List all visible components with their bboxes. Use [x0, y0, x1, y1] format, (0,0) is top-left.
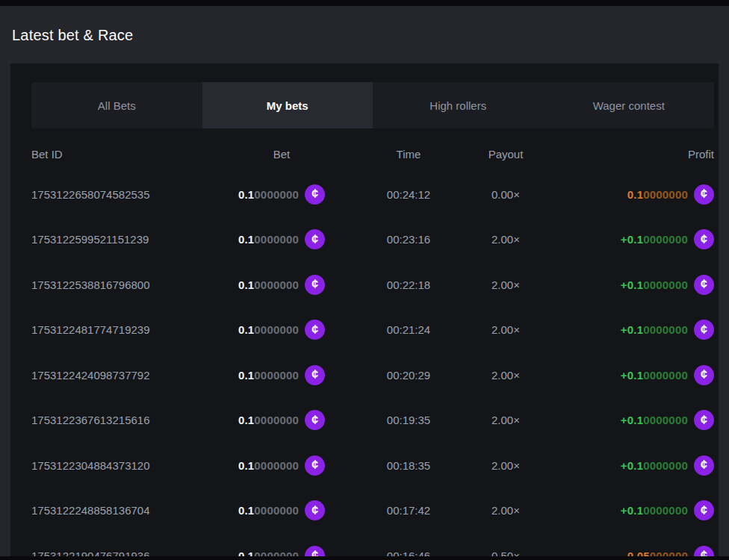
bet-payout-value: 2.00× [457, 279, 554, 291]
bet-time-value: 00:23:16 [360, 233, 457, 246]
cent-coin-icon: ¢ [694, 365, 714, 385]
tab-all-bets[interactable]: All Bets [31, 82, 202, 128]
bet-id-value: 1753122599521151239 [31, 233, 203, 246]
cent-coin-icon: ¢ [694, 500, 714, 520]
cent-coin-icon: ¢ [305, 365, 325, 385]
bet-amount: 0.10000000 ¢ [203, 320, 360, 340]
table-row[interactable]: 1753122367613215616 0.10000000 ¢ 00:19:3… [31, 398, 714, 444]
bets-table: Bet ID Bet Time Payout Profit 1753122658… [31, 136, 714, 560]
bet-id-value: 1753122481774719239 [31, 323, 203, 336]
table-row[interactable]: 1753122481774719239 0.10000000 ¢ 00:21:2… [31, 308, 714, 353]
table-row[interactable]: 1753122304884373120 0.10000000 ¢ 00:18:3… [31, 443, 714, 488]
latest-bets-panel: All Bets My bets High rollers Wager cont… [10, 63, 719, 560]
window-top-edge [0, 0, 729, 6]
bet-time-value: 00:21:24 [360, 323, 457, 336]
table-row[interactable]: 1753122538816796800 0.10000000 ¢ 00:22:1… [31, 262, 714, 308]
bet-payout-value: 2.00× [457, 504, 554, 517]
bet-profit: +0.10000000 ¢ [554, 229, 714, 249]
bet-amount: 0.10000000 ¢ [203, 275, 360, 295]
bet-profit: 0.10000000 ¢ [554, 184, 714, 205]
tab-my-bets[interactable]: My bets [202, 82, 373, 128]
bet-id-value: 1753122538816796800 [31, 279, 203, 291]
cent-coin-icon: ¢ [694, 275, 714, 295]
table-body: 1753122658074582535 0.10000000 ¢ 00:24:1… [31, 172, 714, 560]
bet-profit: +0.10000000 ¢ [554, 410, 714, 430]
cent-coin-icon: ¢ [694, 184, 714, 205]
cent-coin-icon: ¢ [305, 410, 325, 430]
cent-coin-icon: ¢ [694, 410, 714, 430]
cent-coin-icon: ¢ [305, 184, 325, 205]
cent-coin-icon: ¢ [305, 320, 325, 340]
cent-coin-icon: ¢ [694, 229, 714, 249]
bets-tab-bar: All Bets My bets High rollers Wager cont… [31, 82, 714, 128]
bet-amount: 0.10000000 ¢ [203, 455, 360, 476]
bet-payout-value: 2.00× [457, 414, 554, 426]
bet-amount: 0.10000000 ¢ [203, 500, 360, 520]
bets-table-header: Bet ID Bet Time Payout Profit [31, 136, 714, 172]
cent-coin-icon: ¢ [305, 275, 325, 295]
bet-profit: +0.10000000 ¢ [554, 275, 714, 295]
bet-payout-value: 2.00× [457, 459, 554, 472]
bet-amount: 0.10000000 ¢ [203, 365, 360, 385]
bet-time-value: 00:17:42 [360, 504, 457, 517]
bet-time-value: 00:24:12 [360, 188, 457, 201]
bet-profit: +0.10000000 ¢ [554, 500, 714, 520]
column-header-payout: Payout [457, 148, 554, 161]
bet-profit: +0.10000000 ¢ [554, 455, 714, 476]
bet-id-value: 1753122658074582535 [31, 188, 203, 201]
page-title: Latest bet & Race [12, 27, 133, 44]
tab-high-rollers[interactable]: High rollers [373, 82, 544, 128]
bet-id-value: 1753122248858136704 [31, 504, 203, 517]
column-header-bet-id: Bet ID [31, 148, 203, 161]
bet-amount: 0.10000000 ¢ [203, 184, 360, 205]
cent-coin-icon: ¢ [305, 455, 325, 476]
column-header-profit: Profit [554, 148, 714, 161]
bet-time-value: 00:18:35 [360, 459, 457, 472]
window-bottom-edge [0, 556, 729, 560]
bet-id-value: 1753122424098737792 [31, 369, 203, 382]
bet-payout-value: 2.00× [457, 323, 554, 336]
cent-coin-icon: ¢ [305, 229, 325, 249]
bet-id-value: 1753122367613215616 [31, 414, 203, 426]
table-row[interactable]: 1753122658074582535 0.10000000 ¢ 00:24:1… [31, 172, 714, 217]
cent-coin-icon: ¢ [694, 455, 714, 476]
cent-coin-icon: ¢ [305, 500, 325, 520]
bet-payout-value: 0.00× [457, 188, 554, 201]
table-row[interactable]: 1753122599521151239 0.10000000 ¢ 00:23:1… [31, 217, 714, 263]
bet-payout-value: 2.00× [457, 369, 554, 382]
tab-wager-contest[interactable]: Wager contest [544, 82, 715, 128]
bet-id-value: 1753122304884373120 [31, 459, 203, 472]
bet-amount: 0.10000000 ¢ [203, 410, 360, 430]
table-row[interactable]: 1753122248858136704 0.10000000 ¢ 00:17:4… [31, 488, 714, 534]
bet-time-value: 00:19:35 [360, 414, 457, 426]
bet-profit: +0.10000000 ¢ [554, 365, 714, 385]
table-row[interactable]: 1753122424098737792 0.10000000 ¢ 00:20:2… [31, 352, 714, 398]
column-header-bet: Bet [203, 148, 360, 161]
bet-profit: +0.10000000 ¢ [554, 320, 714, 340]
bet-amount: 0.10000000 ¢ [203, 229, 360, 249]
cent-coin-icon: ¢ [694, 320, 714, 340]
bet-time-value: 00:20:29 [360, 369, 457, 382]
bet-payout-value: 2.00× [457, 233, 554, 246]
bet-time-value: 00:22:18 [360, 279, 457, 291]
column-header-time: Time [360, 148, 457, 161]
